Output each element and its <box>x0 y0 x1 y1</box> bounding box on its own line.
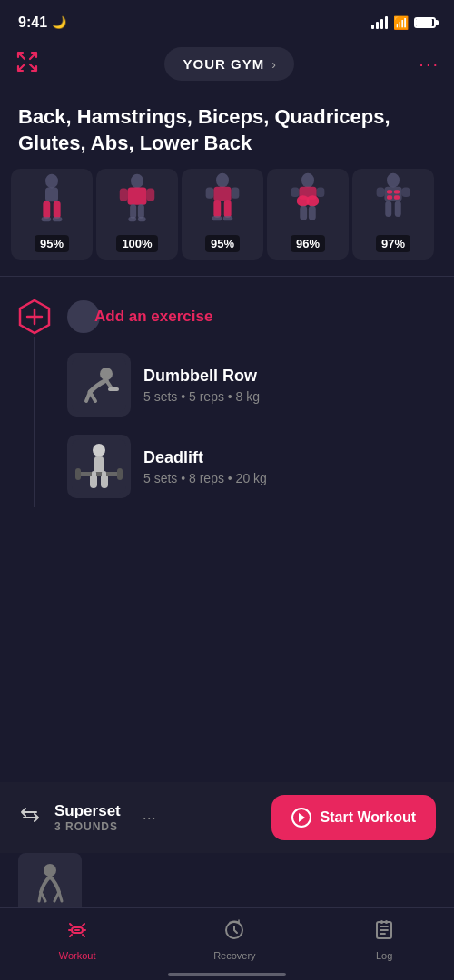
body-part-4-pct: 96% <box>291 235 325 252</box>
body-part-3-pct: 95% <box>205 235 240 252</box>
muscle-groups-title: Back, Hamstrings, Biceps, Quadriceps, Gl… <box>0 88 454 169</box>
svg-rect-54 <box>92 471 96 478</box>
body-part-1-pct: 95% <box>35 235 69 252</box>
svg-rect-28 <box>300 206 307 220</box>
nav-log[interactable]: Log <box>373 919 395 961</box>
svg-rect-24 <box>291 188 300 198</box>
svg-rect-45 <box>108 387 119 391</box>
chevron-right-icon: › <box>271 57 276 72</box>
preview-thumb-1 <box>18 853 82 907</box>
body-part-2[interactable]: 100% <box>96 169 178 260</box>
bottom-nav: Workout Recovery Log <box>0 907 454 980</box>
exercise-item-2[interactable]: Deadlift 5 sets • 8 reps • 20 kg <box>15 426 439 507</box>
nav-workout-label: Workout <box>59 950 96 961</box>
svg-rect-7 <box>128 188 147 205</box>
workout-icon <box>66 919 88 946</box>
exercise-name-1: Dumbbell Row <box>143 367 260 386</box>
svg-rect-51 <box>77 472 121 476</box>
svg-point-30 <box>387 173 400 188</box>
add-hex-icon <box>15 297 54 337</box>
svg-rect-55 <box>102 471 106 478</box>
superset-left: Superset 3 ROUNDS ··· <box>18 802 156 833</box>
nav-workout[interactable]: Workout <box>59 919 96 961</box>
log-icon <box>373 919 395 946</box>
svg-rect-53 <box>117 468 123 480</box>
body-parts-scroll[interactable]: 95% 100% 95% <box>0 169 454 269</box>
body-part-2-pct: 100% <box>116 235 157 252</box>
recovery-icon <box>223 919 245 946</box>
nav-recovery[interactable]: Recovery <box>213 919 255 961</box>
svg-line-58 <box>41 892 45 901</box>
svg-rect-15 <box>213 187 231 201</box>
svg-rect-32 <box>387 190 392 193</box>
svg-rect-29 <box>309 206 316 220</box>
svg-rect-17 <box>232 188 240 199</box>
svg-rect-21 <box>223 216 233 220</box>
add-exercise-row[interactable]: Add an exercise <box>15 284 439 344</box>
svg-rect-52 <box>75 468 81 480</box>
svg-rect-2 <box>43 201 50 219</box>
svg-rect-5 <box>53 217 63 221</box>
svg-rect-9 <box>147 189 155 201</box>
preview-strip <box>0 853 454 907</box>
svg-rect-10 <box>130 204 136 219</box>
status-bar: 9:41 🌙 📶 <box>0 0 454 40</box>
svg-rect-1 <box>45 188 58 202</box>
battery-icon <box>414 17 436 28</box>
svg-rect-37 <box>402 188 410 198</box>
play-icon <box>291 808 311 828</box>
superset-bar: Superset 3 ROUNDS ··· Start Workout <box>0 782 454 853</box>
exercise-info-1: Dumbbell Row 5 sets • 5 reps • 8 kg <box>143 367 260 404</box>
expand-icon[interactable] <box>15 49 40 80</box>
svg-rect-62 <box>74 929 80 931</box>
svg-line-60 <box>59 892 62 901</box>
exercise-name-2: Deadlift <box>143 448 267 467</box>
superset-rounds: 3 ROUNDS <box>54 820 121 833</box>
svg-point-14 <box>216 173 229 188</box>
exercise-item-1[interactable]: Dumbbell Row 5 sets • 5 reps • 8 kg <box>15 344 439 426</box>
superset-title: Superset <box>54 802 121 820</box>
svg-rect-36 <box>377 188 385 198</box>
superset-more-icon[interactable]: ··· <box>143 808 156 828</box>
svg-rect-33 <box>394 190 400 193</box>
svg-point-56 <box>44 864 56 877</box>
svg-point-47 <box>93 444 105 456</box>
status-icons: 📶 <box>371 15 436 30</box>
divider-1 <box>0 276 454 277</box>
gym-label: YOUR GYM <box>183 56 264 72</box>
svg-rect-38 <box>385 201 391 218</box>
svg-point-22 <box>301 173 314 188</box>
svg-rect-66 <box>385 920 388 924</box>
gym-pill[interactable]: YOUR GYM › <box>164 47 293 81</box>
body-part-3[interactable]: 95% <box>182 169 263 260</box>
svg-rect-11 <box>138 204 144 219</box>
wifi-icon: 📶 <box>393 15 409 30</box>
start-workout-label: Start Workout <box>321 809 416 826</box>
nav-recovery-label: Recovery <box>213 950 255 961</box>
start-workout-button[interactable]: Start Workout <box>271 795 436 840</box>
body-part-5[interactable]: 97% <box>352 169 434 260</box>
svg-rect-18 <box>213 201 221 218</box>
home-indicator <box>168 973 286 976</box>
svg-rect-13 <box>138 217 146 221</box>
svg-rect-34 <box>387 195 392 199</box>
add-exercise-label: Add an exercise <box>94 308 212 326</box>
svg-rect-25 <box>317 188 325 198</box>
exercise-thumb-2 <box>67 435 131 498</box>
nav-log-label: Log <box>376 950 392 961</box>
signal-icon <box>371 16 388 29</box>
exercise-details-2: 5 sets • 8 reps • 20 kg <box>143 471 267 485</box>
body-part-1[interactable]: 95% <box>11 169 93 260</box>
exercise-thumb-1 <box>67 353 131 416</box>
svg-rect-39 <box>395 201 401 218</box>
svg-rect-4 <box>42 217 52 221</box>
svg-rect-35 <box>394 195 400 199</box>
moon-icon: 🌙 <box>52 15 66 29</box>
body-part-4[interactable]: 96% <box>267 169 349 260</box>
exercise-details-1: 5 sets • 5 reps • 8 kg <box>143 389 260 404</box>
status-time: 9:41 <box>18 15 47 31</box>
exercise-info-2: Deadlift 5 sets • 8 reps • 20 kg <box>143 448 267 485</box>
svg-rect-3 <box>54 201 61 219</box>
more-options-icon[interactable]: ··· <box>419 54 439 74</box>
svg-rect-19 <box>224 201 232 218</box>
